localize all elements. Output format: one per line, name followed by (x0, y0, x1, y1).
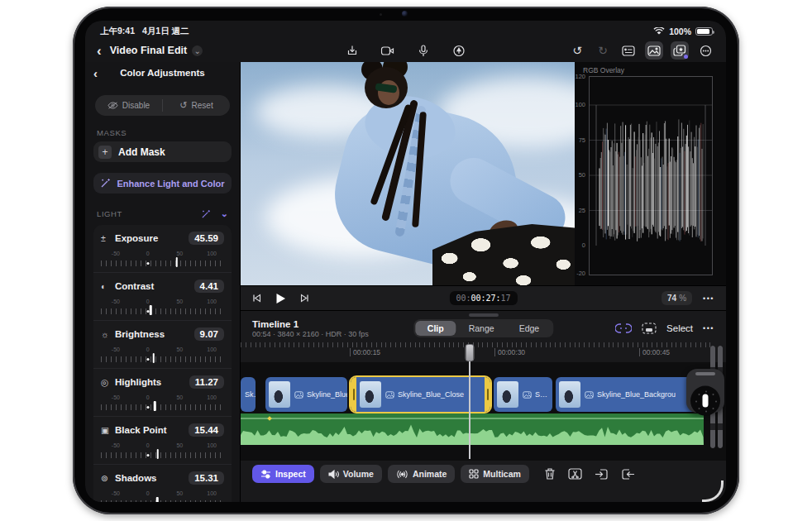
timeline-clip[interactable]: Skyline_Blue_Wide (265, 377, 347, 412)
jog-handle-bar[interactable] (695, 372, 715, 375)
app-screen: 上午9:41 4月1日 週二 100% ‹ Video Final Edit ⌄ (85, 21, 726, 502)
multicam-button[interactable]: Multicam (461, 465, 529, 483)
mode-clip[interactable]: Clip (415, 321, 456, 336)
exposure-icon: ± (101, 233, 113, 243)
reset-icon: ↺ (179, 100, 187, 111)
video-preview (241, 62, 575, 285)
play-button[interactable] (275, 293, 286, 304)
slider-exposure: ±Exposure45.59-50050100 (93, 225, 232, 272)
tool-label: Multicam (483, 469, 521, 479)
top-toolbar: ‹ Video Final Edit ⌄ (85, 39, 726, 62)
playhead[interactable] (469, 344, 470, 459)
inspector-button[interactable] (619, 41, 638, 60)
import-button[interactable] (343, 41, 361, 60)
ruler-label: 50 (176, 347, 183, 352)
slider-value-box[interactable]: 11.27 (189, 375, 224, 389)
color-adjustments-panel: ‹ Color Adjustments Disable ↺ Reset (85, 62, 241, 502)
animate-button[interactable]: Animate (388, 465, 455, 483)
slider-handle[interactable] (156, 449, 159, 459)
trim-handle-right[interactable] (485, 377, 490, 412)
inspect-button[interactable]: Inspect (252, 465, 314, 483)
clip-media-icon (523, 391, 532, 399)
zoom-level-button[interactable]: 74% (662, 291, 692, 305)
next-frame-button[interactable] (300, 294, 309, 303)
project-title[interactable]: Video Final Edit (110, 45, 188, 56)
slider-ruler[interactable]: -50050100 (101, 251, 224, 267)
previous-frame-button[interactable] (252, 294, 261, 303)
media-browser-button[interactable] (645, 41, 663, 60)
redo-button[interactable]: ↻ (594, 41, 612, 60)
volume-button[interactable]: Volume (320, 465, 382, 483)
ruler-label: 50 (176, 299, 183, 304)
undo-button[interactable]: ↺ (568, 41, 586, 60)
clip-thumbnail (269, 381, 290, 408)
playhead-handle[interactable] (465, 344, 474, 361)
inspector-icon (623, 46, 634, 55)
panel-back-button[interactable]: ‹ (93, 66, 98, 80)
battery-icon (695, 27, 713, 36)
clip-thumbnail (497, 381, 518, 408)
pencil-button[interactable] (450, 41, 468, 60)
timeline-overview-button[interactable] (642, 323, 657, 334)
effects-button[interactable] (671, 41, 689, 60)
jog-wheel[interactable] (686, 369, 724, 413)
timeline-clip[interactable]: S… (494, 377, 552, 412)
slider-ruler[interactable]: -50050100 (101, 299, 224, 315)
highlights-icon: ◎ (101, 377, 113, 387)
blade-button[interactable] (568, 467, 582, 480)
slider-value-box[interactable]: 15.31 (189, 471, 224, 485)
more-circle-icon (700, 45, 710, 55)
timecode-display[interactable]: 00:00:27:17 (449, 291, 517, 305)
mode-edge[interactable]: Edge (507, 321, 552, 336)
slider-value-box[interactable]: 45.59 (189, 232, 224, 245)
add-mask-button[interactable]: + Add Mask (93, 141, 232, 162)
slider-handle[interactable] (152, 353, 155, 363)
light-section-label: LIGHT (97, 209, 122, 218)
jog-thumb[interactable] (703, 394, 709, 408)
slider-ruler[interactable]: -50050100 (101, 490, 224, 502)
slider-value-box[interactable]: 15.44 (189, 423, 224, 437)
contrast-icon: ◐ (101, 281, 113, 291)
mode-range[interactable]: Range (456, 321, 507, 336)
light-collapse-chevron-icon[interactable]: ⌄ (221, 208, 228, 219)
timeline-clip[interactable]: Sk… (241, 377, 256, 412)
timeline-ruler[interactable]: 00:00:1500:00:3000:00:45 (241, 342, 726, 362)
ruler-label: 0 (146, 299, 150, 304)
back-button[interactable]: ‹ (97, 44, 102, 58)
audio-waveform (241, 413, 704, 445)
camera-button[interactable] (379, 41, 397, 60)
slider-handle[interactable] (156, 497, 159, 502)
viewer-more-button[interactable]: ••• (703, 294, 714, 303)
select-button[interactable]: Select (666, 323, 693, 333)
title-menu-chevron-icon[interactable]: ⌄ (192, 45, 203, 56)
insert-clip-button[interactable] (595, 468, 609, 480)
slider-handle[interactable] (154, 401, 156, 411)
reset-button[interactable]: ↺ Reset (163, 95, 230, 116)
slider-label: Exposure (115, 233, 158, 243)
trim-handle-left[interactable] (351, 377, 356, 412)
slider-value-box[interactable]: 4.41 (194, 280, 224, 293)
slider-ruler[interactable]: -50050100 (101, 347, 224, 363)
snapping-button[interactable] (615, 323, 632, 334)
jog-dial[interactable] (690, 386, 720, 416)
mic-button[interactable] (414, 41, 432, 60)
append-clip-button[interactable] (621, 468, 635, 480)
clip-label: Skyline_Blue_Close (385, 390, 464, 399)
enhance-button[interactable]: Enhance Light and Color (93, 173, 232, 194)
reset-label: Reset (192, 101, 213, 110)
ruler-tick-marks (101, 356, 224, 362)
slider-ruler[interactable]: -50050100 (101, 442, 224, 459)
disable-button[interactable]: Disable (95, 95, 162, 116)
slider-value-box[interactable]: 9.07 (194, 327, 224, 341)
slider-handle[interactable] (176, 257, 179, 267)
more-button[interactable] (696, 41, 714, 60)
timeline-clip[interactable]: Skyline_Blue_Backgrou (556, 377, 704, 412)
slider-ruler[interactable]: -50050100 (101, 394, 224, 411)
light-wand-icon[interactable] (201, 209, 211, 219)
timeline-more-button[interactable]: ••• (703, 324, 714, 332)
clip-media-icon (385, 391, 394, 399)
delete-button[interactable] (544, 467, 556, 480)
ruler-label: 50 (176, 442, 183, 448)
slider-handle[interactable] (150, 305, 152, 315)
audio-track[interactable] (241, 413, 704, 445)
